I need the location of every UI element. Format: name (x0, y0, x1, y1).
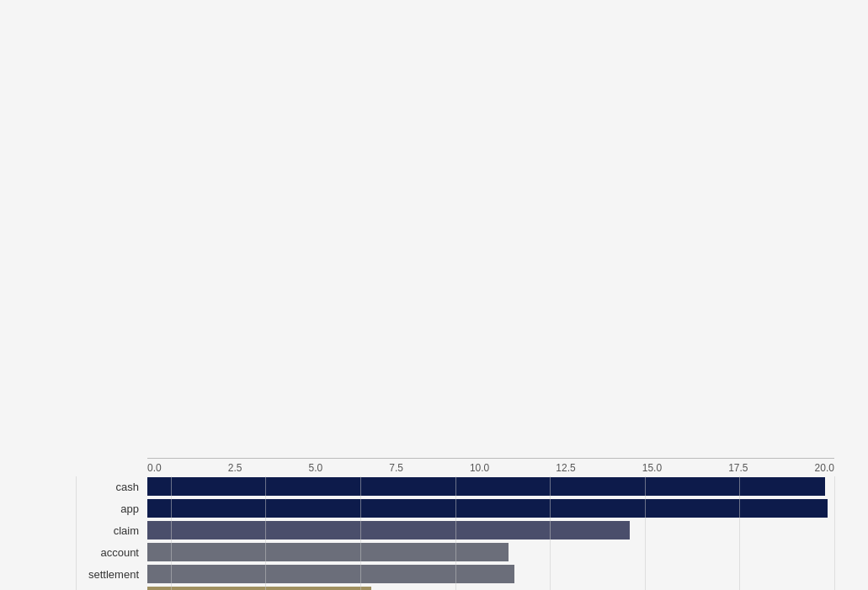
bar-fill (147, 499, 828, 518)
bar-fill (147, 565, 514, 583)
bar-row: account (76, 542, 834, 562)
bar-row: settlement (76, 564, 834, 584)
bar-track (147, 499, 834, 518)
bar-track (147, 565, 834, 583)
bar-fill (147, 543, 509, 561)
grid-line (834, 476, 835, 590)
bar-track (147, 587, 834, 590)
bar-fill (147, 521, 630, 540)
bar-row: submit (76, 586, 834, 590)
bar-label: settlement (76, 568, 147, 581)
bar-row: app (76, 498, 834, 518)
bar-label: app (76, 502, 147, 515)
bar-row: claim (76, 520, 834, 540)
chart-container: 0.02.55.07.510.012.515.017.520.0 cashapp… (0, 0, 868, 590)
bar-track (147, 477, 834, 496)
bar-track (147, 543, 834, 561)
bar-fill (147, 587, 371, 590)
bar-label: account (76, 546, 147, 559)
bar-fill (147, 477, 825, 496)
bars-area: cashappclaimaccountsettlementsubmiteligi… (76, 476, 834, 590)
bar-label: cash (76, 481, 147, 493)
bar-row: cash (76, 476, 834, 497)
bar-track (147, 521, 834, 540)
bar-label: claim (76, 524, 147, 537)
